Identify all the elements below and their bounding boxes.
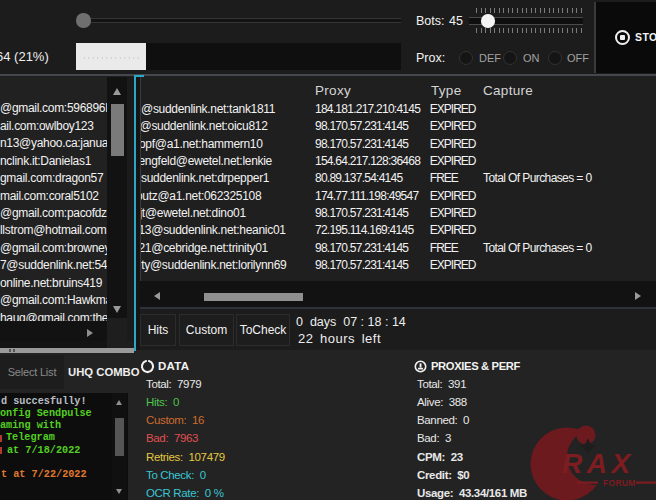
svg-text:FORUM: FORUM — [603, 478, 636, 488]
svg-text:RAX: RAX — [562, 448, 635, 479]
